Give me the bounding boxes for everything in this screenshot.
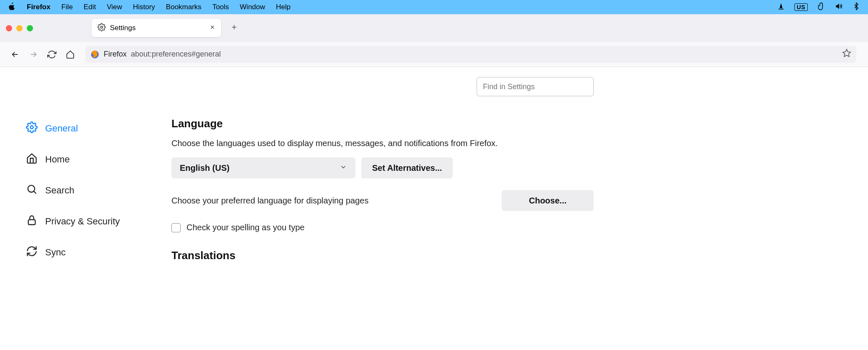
window-close-button[interactable] — [6, 25, 12, 31]
menu-window[interactable]: Window — [240, 3, 265, 11]
sidebar-item-home[interactable]: Home — [21, 144, 151, 175]
language-select[interactable]: English (US) — [171, 157, 355, 178]
gear-icon — [26, 121, 38, 136]
menu-help[interactable]: Help — [276, 3, 291, 11]
svg-point-3 — [31, 126, 33, 129]
url-bar[interactable]: Firefox about:preferences#general — [85, 46, 856, 63]
language-select-value: English (US) — [180, 163, 230, 173]
gear-icon — [97, 23, 106, 33]
sidebar-item-sync[interactable]: Sync — [21, 237, 151, 268]
firefox-icon — [90, 50, 100, 59]
preferences-content: General Home Search Privacy & Security S… — [0, 67, 868, 350]
spellcheck-label: Check your spelling as you type — [186, 223, 304, 232]
menubar-app-name[interactable]: Firefox — [27, 3, 51, 11]
menu-tools[interactable]: Tools — [212, 3, 229, 11]
tab-title: Settings — [110, 24, 205, 32]
lock-icon — [26, 214, 38, 229]
menubar-right: US — [777, 2, 860, 13]
back-button[interactable] — [8, 47, 23, 62]
bookmark-star-icon[interactable] — [842, 49, 851, 60]
macos-menubar: Firefox File Edit View History Bookmarks… — [0, 0, 868, 14]
choose-language-button[interactable]: Choose... — [502, 190, 594, 211]
search-icon — [26, 183, 38, 198]
preferred-language-description: Choose your preferred language for displ… — [171, 196, 368, 206]
menu-bookmarks[interactable]: Bookmarks — [166, 3, 202, 11]
language-heading: Language — [171, 117, 594, 130]
attachment-icon[interactable] — [817, 2, 825, 13]
svg-point-0 — [101, 26, 103, 28]
menu-view[interactable]: View — [107, 3, 122, 11]
main-panel: Language Choose the languages used to di… — [151, 67, 610, 350]
sidebar-item-search[interactable]: Search — [21, 175, 151, 206]
window-minimize-button[interactable] — [16, 25, 23, 31]
reload-button[interactable] — [44, 47, 59, 62]
chevron-down-icon — [340, 163, 347, 173]
forward-button[interactable] — [26, 47, 41, 62]
svg-point-4 — [28, 185, 35, 192]
bluetooth-icon[interactable] — [852, 2, 860, 13]
traffic-lights — [6, 25, 33, 31]
sync-icon — [26, 245, 38, 260]
svg-marker-2 — [843, 49, 850, 57]
tab-strip: Settings — [0, 14, 868, 42]
menu-file[interactable]: File — [61, 3, 73, 11]
settings-search-input[interactable] — [477, 77, 594, 96]
url-text: about:preferences#general — [131, 50, 221, 59]
sidebar-item-label: Sync — [45, 247, 66, 258]
toolbar: Firefox about:preferences#general — [0, 42, 868, 67]
window-maximize-button[interactable] — [27, 25, 33, 31]
sidebar-item-general[interactable]: General — [21, 113, 151, 144]
sidebar-item-label: General — [45, 123, 78, 134]
apple-icon[interactable] — [8, 2, 16, 13]
menu-edit[interactable]: Edit — [84, 3, 96, 11]
set-alternatives-button[interactable]: Set Alternatives... — [361, 157, 453, 178]
sidebar-item-label: Search — [45, 185, 74, 196]
sidebar: General Home Search Privacy & Security S… — [0, 67, 151, 350]
home-icon — [26, 152, 38, 167]
translations-heading: Translations — [171, 249, 594, 262]
vlc-icon[interactable] — [777, 2, 785, 13]
input-source-indicator[interactable]: US — [794, 3, 808, 11]
spellcheck-checkbox[interactable] — [171, 223, 181, 232]
home-button[interactable] — [63, 47, 78, 62]
volume-icon[interactable] — [835, 2, 843, 13]
new-tab-button[interactable] — [225, 23, 243, 33]
browser-tab[interactable]: Settings — [92, 19, 221, 37]
sidebar-item-privacy[interactable]: Privacy & Security — [21, 206, 151, 237]
svg-rect-5 — [28, 220, 35, 225]
url-identity: Firefox — [104, 50, 127, 59]
menubar-left: Firefox File Edit View History Bookmarks… — [8, 2, 291, 13]
sidebar-item-label: Home — [45, 154, 70, 165]
close-tab-icon[interactable] — [209, 24, 215, 32]
sidebar-item-label: Privacy & Security — [45, 216, 120, 227]
menu-history[interactable]: History — [133, 3, 155, 11]
language-description: Choose the languages used to display men… — [171, 139, 594, 148]
